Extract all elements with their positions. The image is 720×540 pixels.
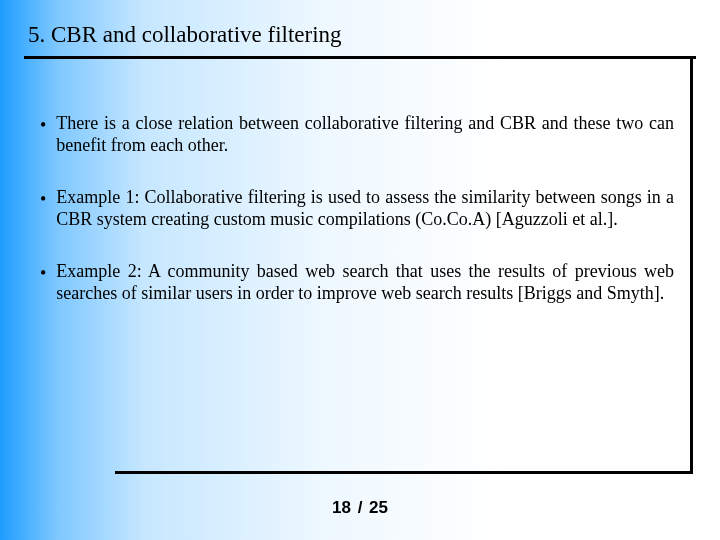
bottom-rule (115, 471, 693, 474)
page-separator: / (356, 498, 365, 517)
bullet-text: There is a close relation between collab… (56, 112, 674, 156)
bullet-text: Example 1: Collaborative filtering is us… (56, 186, 674, 230)
bullet-dot-icon: • (40, 114, 46, 136)
bullet-item: • Example 1: Collaborative filtering is … (40, 186, 674, 230)
bullet-dot-icon: • (40, 188, 46, 210)
slide-title: 5. CBR and collaborative filtering (28, 22, 342, 48)
bullet-item: • There is a close relation between coll… (40, 112, 674, 156)
bullet-text: Example 2: A community based web search … (56, 260, 674, 304)
slide: 5. CBR and collaborative filtering • The… (0, 0, 720, 540)
title-underline (24, 56, 696, 59)
bullet-item: • Example 2: A community based web searc… (40, 260, 674, 304)
content-area: • There is a close relation between coll… (40, 112, 674, 334)
page-current: 18 (332, 498, 351, 517)
bullet-dot-icon: • (40, 262, 46, 284)
page-total: 25 (369, 498, 388, 517)
page-number: 18 / 25 (0, 498, 720, 518)
vertical-rule (690, 56, 693, 474)
